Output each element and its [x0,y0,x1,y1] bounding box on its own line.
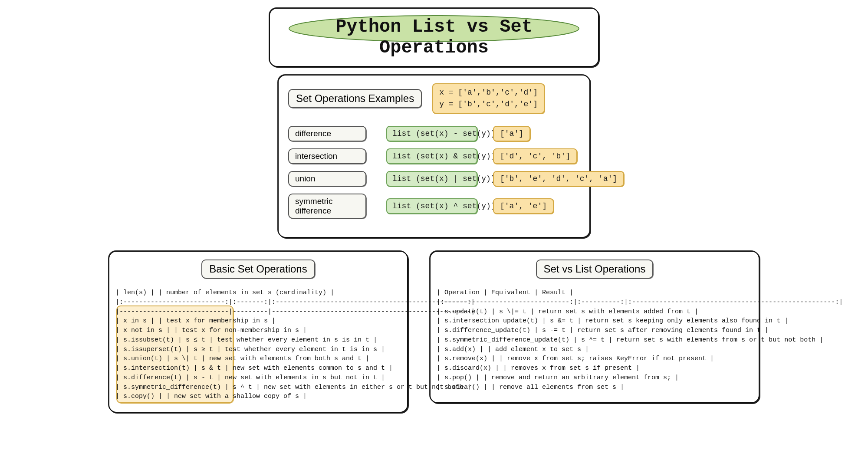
table-row: | s.update(t) | s \|= t | return set s w… [437,307,753,317]
basic-header: Basic Set Operations [201,259,315,279]
example-code: list (set(x) & set(y)) [386,148,477,164]
page-title: Python List vs Set Operations [283,16,585,58]
table-row: | s.union(t) | s \| t | new set with ele… [115,354,401,364]
table-row: | s.difference(t) | s - t | new set with… [115,373,401,383]
example-label: union [288,171,366,187]
y-definition: y = ['b','c','d','e'] [439,100,538,108]
table-header-row: | Operation | Equivalent | Result | [437,288,753,298]
table-row: | s.remove(x) | | remove x from set s; r… [437,354,753,364]
table-row: | s.symmetric_difference(t) | s ^ t | ne… [115,383,401,392]
example-row: symmetric differencelist (set(x) ^ set(y… [288,194,580,219]
setvlist-table: | Operation | Equivalent | Result ||:---… [437,288,753,392]
table-row: | s.clear() | | remove all elements from… [437,383,753,392]
example-label: intersection [288,148,366,164]
example-result: ['a'] [493,126,530,141]
table-row: | s.pop() | | remove and return an arbit… [437,373,753,383]
example-code: list (set(x) ^ set(y)) [386,198,477,214]
examples-header: Set Operations Examples [288,89,422,108]
table-row: | s.intersection_update(t) | s &= t | re… [437,316,753,326]
example-code: list (set(x) - set(y)) [386,126,477,141]
example-row: intersectionlist (set(x) & set(y))['d', … [288,148,580,164]
example-label: difference [288,126,366,141]
title-panel: Python List vs Set Operations [269,8,599,67]
table-row: | s.issuperset(t) | s ≥ t | test whether… [115,345,401,355]
set-vs-list-panel: Set vs List Operations | Operation | Equ… [430,251,760,403]
example-result: ['b', 'e', 'd', 'c', 'a'] [493,171,624,187]
example-row: differencelist (set(x) - set(y))['a'] [288,126,580,141]
table-row: | x in s | | test x for membership in s … [115,316,401,326]
table-row: | s.issubset(t) | s ≤ t | test whether e… [115,335,401,345]
example-label: symmetric difference [288,194,366,219]
table-row: | s.symmetric_difference_update(t) | s ^… [437,335,753,345]
table-row: | x not in s | | test x for non-membersh… [115,326,401,335]
table-separator: |:--------------------------------:|:---… [437,298,753,307]
example-result: ['d', 'c', 'b'] [493,148,577,164]
table-row: | s.add(x) | | add element x to set s | [437,345,753,355]
table-row: | s.intersection(t) | s & t | new set wi… [115,364,401,373]
example-result: ['a', 'e'] [493,198,554,214]
table-row: | len(s) | | number of elements in set s… [115,288,401,298]
table-separator: |:--------------------------:|:-------:|… [115,298,401,307]
x-definition: x = ['a','b','c','d'] [439,88,538,97]
basic-table: | len(s) | | number of elements in set s… [115,288,401,401]
xy-definitions: x = ['a','b','c','d'] y = ['b','c','d','… [432,83,545,114]
example-code: list (set(x) | set(y)) [386,171,477,187]
examples-panel: Set Operations Examples x = ['a','b','c'… [278,75,590,238]
basic-set-panel: Basic Set Operations | len(s) | | number… [108,251,408,413]
table-separator: |----------------------------|---------|… [115,307,401,317]
table-row: | s.discard(x) | | removes x from set s … [437,364,753,373]
setvlist-header: Set vs List Operations [536,259,654,279]
table-row: | s.copy() | | new set with a shallow co… [115,392,401,401]
example-row: unionlist (set(x) | set(y))['b', 'e', 'd… [288,171,580,187]
table-row: | s.difference_update(t) | s -= t | retu… [437,326,753,335]
